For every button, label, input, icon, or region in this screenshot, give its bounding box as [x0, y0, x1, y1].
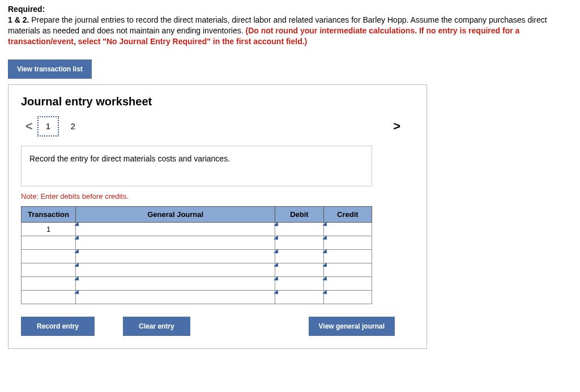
col-credit: Credit	[323, 206, 372, 222]
pager-page-2[interactable]: 2	[62, 116, 84, 137]
table-row: 1	[22, 222, 372, 236]
cell-transaction	[22, 276, 76, 290]
table-row	[22, 236, 372, 249]
chevron-right-icon[interactable]: >	[389, 119, 405, 134]
item-number: 1 & 2.	[8, 15, 29, 24]
cell-credit[interactable]	[323, 236, 372, 249]
cell-credit[interactable]	[323, 290, 372, 304]
col-debit: Debit	[275, 206, 323, 222]
table-row	[22, 290, 372, 304]
cell-transaction: 1	[22, 222, 76, 236]
cell-general-journal[interactable]	[76, 249, 275, 263]
cell-general-journal[interactable]	[76, 276, 275, 290]
cell-debit[interactable]	[275, 222, 323, 236]
clear-entry-button[interactable]: Clear entry	[123, 317, 190, 336]
cell-debit[interactable]	[275, 263, 323, 276]
cell-general-journal[interactable]	[76, 222, 275, 236]
cell-transaction	[22, 263, 76, 276]
cell-debit[interactable]	[275, 290, 323, 304]
cell-debit[interactable]	[275, 249, 323, 263]
cell-general-journal[interactable]	[76, 236, 275, 249]
button-row: Record entry Clear entry View general jo…	[21, 317, 395, 336]
view-transaction-list-button[interactable]: View transaction list	[8, 59, 92, 79]
pager-page-1[interactable]: 1	[37, 116, 59, 137]
cell-general-journal[interactable]	[76, 263, 275, 276]
cell-transaction	[22, 236, 76, 249]
chevron-left-icon[interactable]: <	[21, 119, 37, 134]
table-row	[22, 276, 372, 290]
col-transaction: Transaction	[22, 206, 76, 222]
required-label: Required:	[8, 5, 572, 14]
cell-transaction	[22, 249, 76, 263]
cell-credit[interactable]	[323, 263, 372, 276]
required-text: 1 & 2. Prepare the journal entries to re…	[8, 15, 572, 47]
cell-debit[interactable]	[275, 236, 323, 249]
table-row	[22, 263, 372, 276]
journal-worksheet: Journal entry worksheet < 1 2 > Record t…	[8, 84, 427, 349]
pager: < 1 2 >	[21, 116, 414, 137]
cell-transaction	[22, 290, 76, 304]
cell-credit[interactable]	[323, 249, 372, 263]
view-general-journal-button[interactable]: View general journal	[309, 317, 395, 336]
journal-table: Transaction General Journal Debit Credit…	[21, 206, 372, 304]
entry-instruction: Record the entry for direct materials co…	[21, 146, 372, 186]
cell-credit[interactable]	[323, 222, 372, 236]
col-general-journal: General Journal	[76, 206, 275, 222]
note-text: Note: Enter debits before credits.	[21, 192, 414, 201]
cell-credit[interactable]	[323, 276, 372, 290]
table-row	[22, 249, 372, 263]
worksheet-title: Journal entry worksheet	[21, 95, 414, 108]
record-entry-button[interactable]: Record entry	[21, 317, 95, 336]
cell-general-journal[interactable]	[76, 290, 275, 304]
cell-debit[interactable]	[275, 276, 323, 290]
